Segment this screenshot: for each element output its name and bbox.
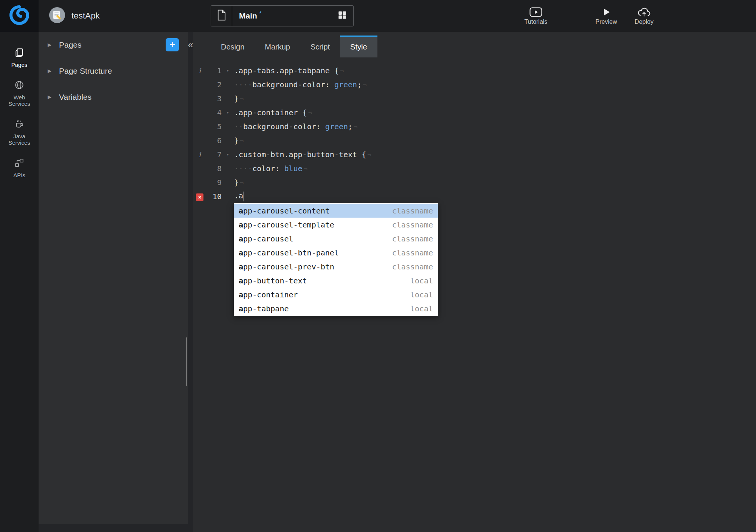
autocomplete-item[interactable]: app-carousel-contentclassname (234, 204, 438, 218)
code-line[interactable]: i7▾.custom-btn.app-button-text {¬ (193, 147, 756, 161)
add-page-button[interactable]: + (166, 38, 179, 51)
code-content: }¬ (232, 94, 244, 103)
rail-item-java-services[interactable]: Java Services (0, 114, 39, 150)
autocomplete-item[interactable]: app-carouselclassname (234, 232, 438, 246)
newline-marker: ¬ (363, 81, 366, 89)
info-icon[interactable]: i (193, 66, 206, 75)
pages-grid-button[interactable] (331, 6, 353, 26)
page-doc-button[interactable] (211, 6, 232, 26)
code-token: blue (284, 164, 302, 173)
section-pages[interactable]: ▶ Pages + (39, 32, 188, 58)
tab-script[interactable]: Script (300, 36, 340, 57)
section-label: Variables (59, 93, 92, 102)
newline-marker: ¬ (354, 123, 357, 131)
deploy-button[interactable]: Deploy (632, 7, 656, 25)
autocomplete-item-kind: classname (392, 234, 433, 243)
code-lines: i1▾.app-tabs.app-tabpane {¬2····backgrou… (193, 63, 756, 203)
autocomplete-item[interactable]: app-containerlocal (234, 288, 438, 302)
code-line[interactable]: i1▾.app-tabs.app-tabpane {¬ (193, 63, 756, 77)
autocomplete-item-text: app-tabpane (239, 304, 289, 313)
code-line[interactable]: 8····color: blue¬ (193, 161, 756, 175)
panel-divider: « (188, 32, 193, 532)
rail-item-label: Pages (11, 62, 28, 68)
code-token: ···· (234, 80, 252, 89)
code-line[interactable]: 4▾.app-container {¬ (193, 105, 756, 119)
page-doc-icon (217, 9, 226, 22)
code-content: .a (232, 191, 244, 201)
newline-marker: ¬ (240, 137, 244, 145)
code-token: } (234, 178, 239, 187)
grid-icon (337, 10, 347, 22)
coffee-icon (14, 119, 24, 130)
line-number: 9 (206, 178, 224, 187)
autocomplete-item[interactable]: app-carousel-prev-btnclassname (234, 260, 438, 274)
section-variables[interactable]: ▶ Variables (39, 84, 188, 110)
page-selector[interactable]: Main * (211, 5, 354, 26)
code-token: background-color: (252, 80, 334, 89)
fold-toggle-icon[interactable]: ▾ (224, 68, 232, 73)
autocomplete-item[interactable]: app-button-textlocal (234, 274, 438, 288)
app-root: testApk Main * (0, 0, 756, 532)
line-number: 6 (206, 136, 224, 145)
line-number: 7 (206, 150, 224, 159)
sidebar-panel: ▶ Pages + ▶ Page Structure ▶ Variables (39, 32, 188, 532)
tab-style[interactable]: Style (340, 36, 377, 57)
tab-label: Script (310, 43, 330, 51)
code-content: .app-container {¬ (232, 108, 312, 117)
code-token: ···· (234, 164, 252, 173)
fold-toggle-icon[interactable]: ▾ (224, 152, 232, 157)
code-line[interactable]: 2····background-color: green;¬ (193, 77, 756, 91)
code-content: .app-tabs.app-tabpane {¬ (232, 66, 344, 75)
newline-marker: ¬ (340, 67, 344, 75)
error-icon[interactable]: × (196, 193, 203, 201)
code-token: } (234, 136, 239, 145)
autocomplete-item-kind: classname (392, 206, 433, 215)
rail-item-apis[interactable]: APIs (0, 153, 39, 183)
code-content: ··background-color: green;¬ (232, 122, 357, 131)
rail-item-label: APIs (13, 172, 25, 178)
code-line[interactable]: ×10.a (193, 189, 756, 203)
autocomplete-item-kind: local (410, 304, 433, 313)
autocomplete-item-text: app-carousel-content (239, 206, 330, 215)
code-line[interactable]: 9}¬ (193, 175, 756, 189)
code-line[interactable]: 3}¬ (193, 91, 756, 105)
current-page-name: Main (239, 11, 257, 20)
chevron-right-icon: ▶ (48, 68, 51, 74)
autocomplete-item[interactable]: app-carousel-btn-panelclassname (234, 246, 438, 260)
topbar: testApk Main * (0, 0, 756, 32)
rail-item-pages[interactable]: Pages (0, 43, 39, 73)
unsaved-changes-indicator: * (259, 9, 262, 18)
section-label: Page Structure (59, 66, 112, 76)
section-label: Pages (59, 40, 82, 49)
rail-item-label: Web Services (5, 94, 34, 107)
tab-markup[interactable]: Markup (255, 36, 300, 57)
line-number: 5 (206, 122, 224, 131)
collapse-sidebar-icon[interactable]: « (188, 40, 193, 49)
text-cursor (244, 192, 244, 201)
chevron-right-icon: ▶ (48, 42, 51, 48)
rail-item-web-services[interactable]: Web Services (0, 76, 39, 111)
code-content: .custom-btn.app-button-text {¬ (232, 150, 371, 159)
code-token: background-color: (243, 122, 325, 131)
style-code-editor[interactable]: i1▾.app-tabs.app-tabpane {¬2····backgrou… (193, 57, 756, 532)
newline-marker: ¬ (240, 95, 244, 103)
code-line[interactable]: 6}¬ (193, 133, 756, 147)
fold-toggle-icon[interactable]: ▾ (224, 110, 232, 115)
brand-logo[interactable] (0, 0, 39, 32)
tutorials-button[interactable]: Tutorials (524, 7, 548, 25)
sidebar-scrollbar[interactable] (186, 337, 187, 386)
code-token: color: (252, 164, 284, 173)
code-token: ; (357, 80, 362, 89)
autocomplete-item[interactable]: app-carousel-templateclassname (234, 218, 438, 232)
code-line[interactable]: 5··background-color: green;¬ (193, 119, 756, 133)
tab-design[interactable]: Design (211, 36, 255, 57)
info-icon[interactable]: i (193, 150, 206, 159)
code-content: }¬ (232, 136, 244, 145)
action-label: Preview (596, 19, 617, 25)
section-page-structure[interactable]: ▶ Page Structure (39, 58, 188, 84)
current-page-dropdown[interactable]: Main * (232, 6, 331, 26)
line-number: 1 (206, 66, 224, 75)
preview-button[interactable]: Preview (594, 7, 618, 25)
autocomplete-item[interactable]: app-tabpanelocal (234, 302, 438, 315)
tab-label: Markup (265, 43, 290, 51)
